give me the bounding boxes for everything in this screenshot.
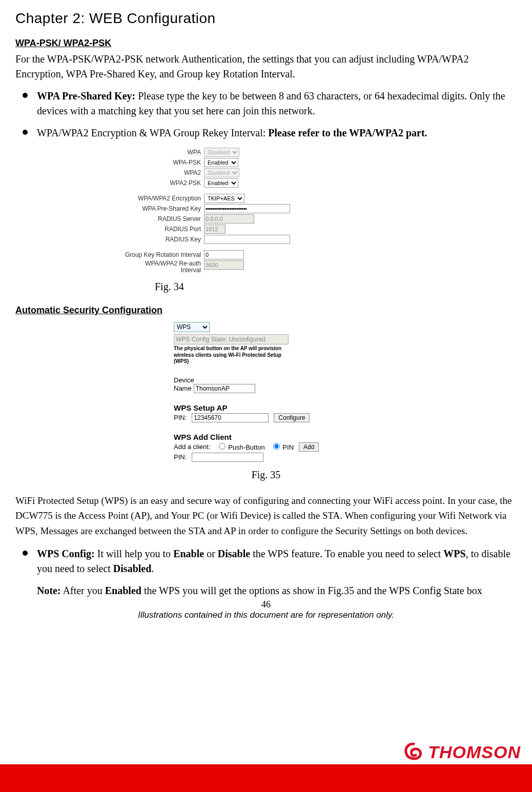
radius-key-label: RADIUS Key <box>103 236 204 243</box>
psk-label: WPA Pre-Shared Key <box>103 205 204 212</box>
bullet2-bold: Please refer to the WPA/WPA2 part. <box>268 127 427 138</box>
wps-config-label: WPS Config: <box>37 548 95 559</box>
push-button-radio[interactable] <box>219 443 226 450</box>
footer-red-bar <box>0 764 532 792</box>
wps-desc: The physical button on the AP will provi… <box>174 346 281 365</box>
thomson-logo: THOMSON <box>402 742 521 762</box>
bullet-wps-config: WPS Config: It will help you to Enable o… <box>15 546 517 576</box>
bullet1-label: WPA Pre-Shared Key: <box>37 90 135 101</box>
fig34-caption: Fig. 34 <box>15 281 517 293</box>
chapter-title: Chapter 2: WEB Configuration <box>15 10 517 27</box>
wpa2-label: WPA2 <box>103 169 204 176</box>
encryption-select[interactable]: TKIP+AES <box>204 194 244 203</box>
group-key-input[interactable] <box>204 250 244 259</box>
push-button-option[interactable]: Push-Button <box>216 443 265 451</box>
section-wpa-psk-heading: WPA-PSK/ WPA2-PSK <box>15 38 517 49</box>
pin-radio[interactable] <box>273 443 280 450</box>
bullet-wpa-pre-shared-key: WPA Pre-Shared Key: Please type the key … <box>15 89 517 118</box>
add-button[interactable]: Add <box>299 442 319 452</box>
wpapsk-select[interactable]: Enabled <box>204 158 238 167</box>
configure-button[interactable]: Configure <box>274 413 310 422</box>
device-label-line2: Name <box>174 384 192 392</box>
wpa2psk-label: WPA2 PSK <box>103 179 204 187</box>
page-number: 46 <box>15 599 517 610</box>
wps-paragraph: WiFi Protected Setup (WPS) is an easy an… <box>15 493 517 538</box>
radius-server-input <box>204 214 254 224</box>
wpa2-select: Disabled <box>204 168 239 177</box>
radius-key-input[interactable] <box>204 235 290 244</box>
wps-config-state: WPS Config State: Unconfigured <box>174 334 289 344</box>
enc-label: WPA/WPA2 Encryption <box>103 195 204 202</box>
wpa2psk-select[interactable]: Enabled <box>204 178 238 188</box>
device-label-line1: Device <box>174 376 358 384</box>
radius-port-label: RADIUS Port <box>103 226 204 233</box>
wps-mode-select[interactable]: WPS <box>174 322 210 332</box>
wps-add-client-heading: WPS Add Client <box>174 433 358 441</box>
section1-intro: For the WPA-PSK/WPA2-PSK network Authent… <box>15 52 517 82</box>
footer-note: Illustrations contained in this document… <box>15 610 517 620</box>
radius-port-input <box>204 225 226 234</box>
group-key-label: Group Key Rotation Interval <box>103 251 204 258</box>
fig35-form: WPS WPS Config State: Unconfigured The p… <box>174 322 358 462</box>
wps-setup-ap-heading: WPS Setup AP <box>174 403 358 412</box>
thomson-swirl-icon <box>402 742 425 762</box>
reauth-input <box>204 260 244 270</box>
device-name-input[interactable] <box>194 384 255 393</box>
psk-input[interactable] <box>204 204 290 213</box>
thomson-wordmark: THOMSON <box>428 742 521 762</box>
wpapsk-label: WPA-PSK <box>103 159 204 166</box>
fig34-form: WPA Disabled WPA-PSK Enabled WPA2 Disabl… <box>103 148 343 274</box>
bullet2-prefix: WPA/WPA2 Encryption & WPA Group Rekey In… <box>37 127 268 138</box>
fig35-caption: Fig. 35 <box>15 469 517 481</box>
wps-note: Note: After you Enabled the WPS you will… <box>15 583 517 598</box>
ap-pin-label: PIN: <box>174 414 187 421</box>
client-pin-label: PIN: <box>174 453 187 461</box>
wpa-label: WPA <box>103 149 204 156</box>
section-auto-security-heading: Automatic Security Configuration <box>15 305 517 316</box>
add-client-label: Add a client: <box>174 443 211 451</box>
radius-server-label: RADIUS Server <box>103 215 204 222</box>
wpa-select: Disabled <box>204 148 239 157</box>
pin-option[interactable]: PIN <box>270 443 294 451</box>
reauth-label: WPA/WPA2 Re-authInterval <box>103 260 204 274</box>
bullet-wpa-encryption: WPA/WPA2 Encryption & WPA Group Rekey In… <box>15 126 517 140</box>
ap-pin-input[interactable] <box>192 413 269 422</box>
client-pin-input[interactable] <box>192 453 263 462</box>
